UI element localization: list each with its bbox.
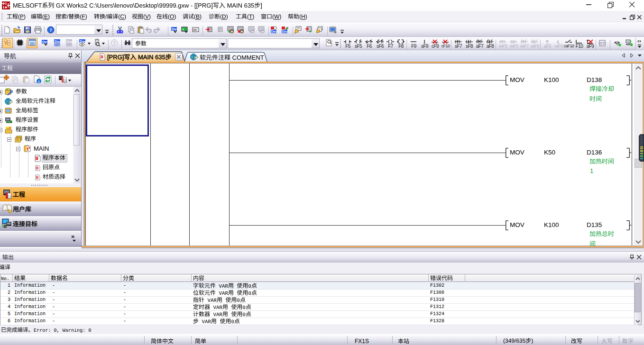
svg-text:ST: ST <box>599 41 605 46</box>
svg-text:?: ? <box>49 27 52 33</box>
svg-text:Dev: Dev <box>282 30 288 33</box>
svg-text:Dev: Dev <box>80 39 87 44</box>
svg-text:Dev: Dev <box>271 30 277 33</box>
svg-text:?: ? <box>113 40 116 45</box>
svg-text:Dev: Dev <box>55 39 62 44</box>
svg-text:Dev: Dev <box>66 39 74 44</box>
svg-text:Dev: Dev <box>172 27 179 31</box>
svg-text:HK: HK <box>193 28 197 31</box>
svg-text:Dev: Dev <box>42 40 49 44</box>
